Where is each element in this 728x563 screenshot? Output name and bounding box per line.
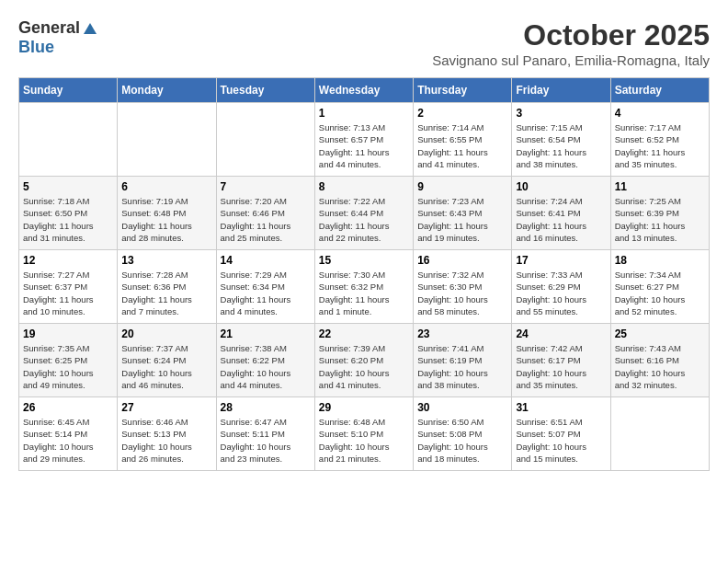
calendar-cell: 6Sunrise: 7:19 AM Sunset: 6:48 PM Daylig… xyxy=(118,177,216,250)
day-info: Sunrise: 6:47 AM Sunset: 5:11 PM Dayligh… xyxy=(221,416,311,465)
day-number: 25 xyxy=(615,327,705,340)
day-info: Sunrise: 6:45 AM Sunset: 5:14 PM Dayligh… xyxy=(23,416,113,465)
calendar-cell: 27Sunrise: 6:46 AM Sunset: 5:13 PM Dayli… xyxy=(118,397,216,471)
day-info: Sunrise: 7:30 AM Sunset: 6:32 PM Dayligh… xyxy=(319,269,409,317)
calendar-cell: 11Sunrise: 7:25 AM Sunset: 6:39 PM Dayli… xyxy=(610,177,709,250)
day-number: 31 xyxy=(516,401,606,414)
calendar-cell: 15Sunrise: 7:30 AM Sunset: 6:32 PM Dayli… xyxy=(314,250,413,324)
calendar-cell xyxy=(19,103,118,177)
day-info: Sunrise: 7:42 AM Sunset: 6:17 PM Dayligh… xyxy=(516,342,606,391)
weekday-header-thursday: Thursday xyxy=(414,78,512,103)
weekday-header-saturday: Saturday xyxy=(610,78,709,103)
logo-triangle-icon xyxy=(82,19,98,36)
calendar-cell: 7Sunrise: 7:20 AM Sunset: 6:46 PM Daylig… xyxy=(216,177,314,250)
day-number: 13 xyxy=(121,254,211,267)
day-info: Sunrise: 7:32 AM Sunset: 6:30 PM Dayligh… xyxy=(417,269,507,317)
day-info: Sunrise: 7:25 AM Sunset: 6:39 PM Dayligh… xyxy=(615,195,705,244)
day-number: 15 xyxy=(319,254,409,267)
weekday-header-monday: Monday xyxy=(118,78,216,103)
day-number: 20 xyxy=(121,327,211,340)
day-info: Sunrise: 6:51 AM Sunset: 5:07 PM Dayligh… xyxy=(516,416,606,465)
day-info: Sunrise: 7:39 AM Sunset: 6:20 PM Dayligh… xyxy=(319,342,409,391)
day-number: 9 xyxy=(417,180,507,193)
location-title: Savignano sul Panaro, Emilia-Romagna, It… xyxy=(432,52,710,68)
day-number: 1 xyxy=(319,107,409,120)
day-number: 5 xyxy=(23,180,113,193)
day-number: 3 xyxy=(516,107,606,120)
day-number: 26 xyxy=(23,401,113,414)
day-number: 7 xyxy=(221,180,311,193)
calendar-cell: 2Sunrise: 7:14 AM Sunset: 6:55 PM Daylig… xyxy=(414,103,512,177)
day-info: Sunrise: 7:27 AM Sunset: 6:37 PM Dayligh… xyxy=(23,269,113,317)
calendar-cell: 8Sunrise: 7:22 AM Sunset: 6:44 PM Daylig… xyxy=(314,177,413,250)
day-info: Sunrise: 7:41 AM Sunset: 6:19 PM Dayligh… xyxy=(417,342,507,391)
day-info: Sunrise: 7:22 AM Sunset: 6:44 PM Dayligh… xyxy=(319,195,409,244)
calendar-cell: 26Sunrise: 6:45 AM Sunset: 5:14 PM Dayli… xyxy=(19,397,118,471)
calendar-cell: 20Sunrise: 7:37 AM Sunset: 6:24 PM Dayli… xyxy=(118,324,216,397)
day-number: 28 xyxy=(221,401,311,414)
calendar-cell: 3Sunrise: 7:15 AM Sunset: 6:54 PM Daylig… xyxy=(512,103,610,177)
calendar-cell: 25Sunrise: 7:43 AM Sunset: 6:16 PM Dayli… xyxy=(610,324,709,397)
calendar-cell xyxy=(118,103,216,177)
calendar-cell: 17Sunrise: 7:33 AM Sunset: 6:29 PM Dayli… xyxy=(512,250,610,324)
calendar-cell: 4Sunrise: 7:17 AM Sunset: 6:52 PM Daylig… xyxy=(610,103,709,177)
calendar-cell: 29Sunrise: 6:48 AM Sunset: 5:10 PM Dayli… xyxy=(314,397,413,471)
day-number: 10 xyxy=(516,180,606,193)
calendar-week-2: 5Sunrise: 7:18 AM Sunset: 6:50 PM Daylig… xyxy=(19,177,710,250)
day-number: 4 xyxy=(615,107,705,120)
day-number: 27 xyxy=(121,401,211,414)
day-number: 6 xyxy=(121,180,211,193)
day-info: Sunrise: 6:46 AM Sunset: 5:13 PM Dayligh… xyxy=(121,416,211,465)
day-info: Sunrise: 7:35 AM Sunset: 6:25 PM Dayligh… xyxy=(23,342,113,391)
day-info: Sunrise: 7:34 AM Sunset: 6:27 PM Dayligh… xyxy=(615,269,705,317)
calendar-cell: 18Sunrise: 7:34 AM Sunset: 6:27 PM Dayli… xyxy=(610,250,709,324)
day-number: 8 xyxy=(319,180,409,193)
day-info: Sunrise: 7:20 AM Sunset: 6:46 PM Dayligh… xyxy=(221,195,311,244)
day-info: Sunrise: 7:18 AM Sunset: 6:50 PM Dayligh… xyxy=(23,195,113,244)
day-info: Sunrise: 6:50 AM Sunset: 5:08 PM Dayligh… xyxy=(417,416,507,465)
logo: General Blue xyxy=(18,18,98,57)
calendar-cell: 1Sunrise: 7:13 AM Sunset: 6:57 PM Daylig… xyxy=(314,103,413,177)
calendar-table: SundayMondayTuesdayWednesdayThursdayFrid… xyxy=(18,77,710,471)
month-title: October 2025 xyxy=(432,18,710,52)
day-number: 11 xyxy=(615,180,705,193)
weekday-header-tuesday: Tuesday xyxy=(216,78,314,103)
calendar-cell: 14Sunrise: 7:29 AM Sunset: 6:34 PM Dayli… xyxy=(216,250,314,324)
calendar-cell: 5Sunrise: 7:18 AM Sunset: 6:50 PM Daylig… xyxy=(19,177,118,250)
calendar-cell: 12Sunrise: 7:27 AM Sunset: 6:37 PM Dayli… xyxy=(19,250,118,324)
day-info: Sunrise: 7:13 AM Sunset: 6:57 PM Dayligh… xyxy=(319,121,409,170)
day-number: 22 xyxy=(319,327,409,340)
calendar-cell: 19Sunrise: 7:35 AM Sunset: 6:25 PM Dayli… xyxy=(19,324,118,397)
day-info: Sunrise: 7:17 AM Sunset: 6:52 PM Dayligh… xyxy=(615,121,705,170)
calendar-week-3: 12Sunrise: 7:27 AM Sunset: 6:37 PM Dayli… xyxy=(19,250,710,324)
day-info: Sunrise: 7:19 AM Sunset: 6:48 PM Dayligh… xyxy=(121,195,211,244)
page-header: General Blue October 2025 Savignano sul … xyxy=(18,18,710,68)
day-number: 14 xyxy=(221,254,311,267)
calendar-week-4: 19Sunrise: 7:35 AM Sunset: 6:25 PM Dayli… xyxy=(19,324,710,397)
calendar-cell: 10Sunrise: 7:24 AM Sunset: 6:41 PM Dayli… xyxy=(512,177,610,250)
calendar-cell xyxy=(610,397,709,471)
day-info: Sunrise: 7:15 AM Sunset: 6:54 PM Dayligh… xyxy=(516,121,606,170)
logo-general-text: General xyxy=(18,18,80,38)
calendar-cell xyxy=(216,103,314,177)
day-number: 19 xyxy=(23,327,113,340)
calendar-cell: 16Sunrise: 7:32 AM Sunset: 6:30 PM Dayli… xyxy=(414,250,512,324)
day-info: Sunrise: 7:37 AM Sunset: 6:24 PM Dayligh… xyxy=(121,342,211,391)
day-info: Sunrise: 7:28 AM Sunset: 6:36 PM Dayligh… xyxy=(121,269,211,317)
calendar-week-1: 1Sunrise: 7:13 AM Sunset: 6:57 PM Daylig… xyxy=(19,103,710,177)
weekday-header-friday: Friday xyxy=(512,78,610,103)
calendar-header-row: SundayMondayTuesdayWednesdayThursdayFrid… xyxy=(19,78,710,103)
calendar-cell: 21Sunrise: 7:38 AM Sunset: 6:22 PM Dayli… xyxy=(216,324,314,397)
day-info: Sunrise: 7:33 AM Sunset: 6:29 PM Dayligh… xyxy=(516,269,606,317)
calendar-cell: 31Sunrise: 6:51 AM Sunset: 5:07 PM Dayli… xyxy=(512,397,610,471)
day-number: 17 xyxy=(516,254,606,267)
day-info: Sunrise: 7:24 AM Sunset: 6:41 PM Dayligh… xyxy=(516,195,606,244)
day-info: Sunrise: 7:23 AM Sunset: 6:43 PM Dayligh… xyxy=(417,195,507,244)
calendar-cell: 22Sunrise: 7:39 AM Sunset: 6:20 PM Dayli… xyxy=(314,324,413,397)
title-block: October 2025 Savignano sul Panaro, Emili… xyxy=(432,18,710,68)
day-number: 16 xyxy=(417,254,507,267)
calendar-week-5: 26Sunrise: 6:45 AM Sunset: 5:14 PM Dayli… xyxy=(19,397,710,471)
day-info: Sunrise: 7:38 AM Sunset: 6:22 PM Dayligh… xyxy=(221,342,311,391)
day-number: 30 xyxy=(417,401,507,414)
day-info: Sunrise: 6:48 AM Sunset: 5:10 PM Dayligh… xyxy=(319,416,409,465)
